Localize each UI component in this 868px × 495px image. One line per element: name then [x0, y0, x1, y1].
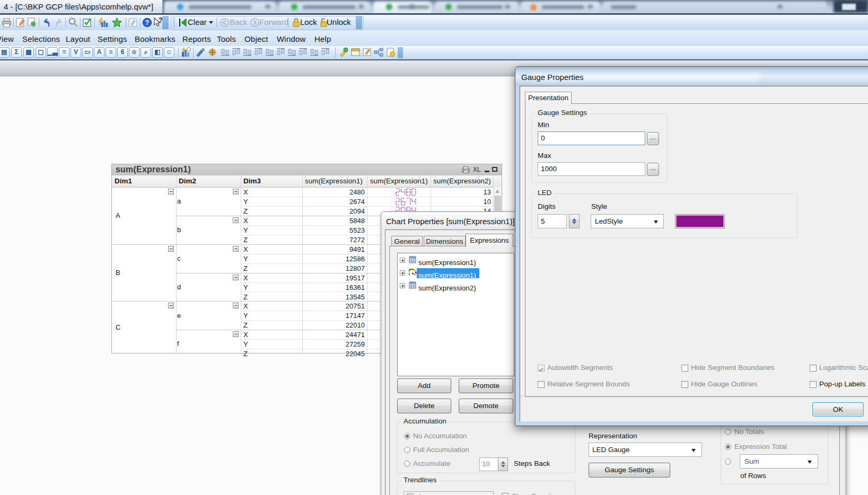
svg-text:?: ? — [145, 19, 149, 26]
